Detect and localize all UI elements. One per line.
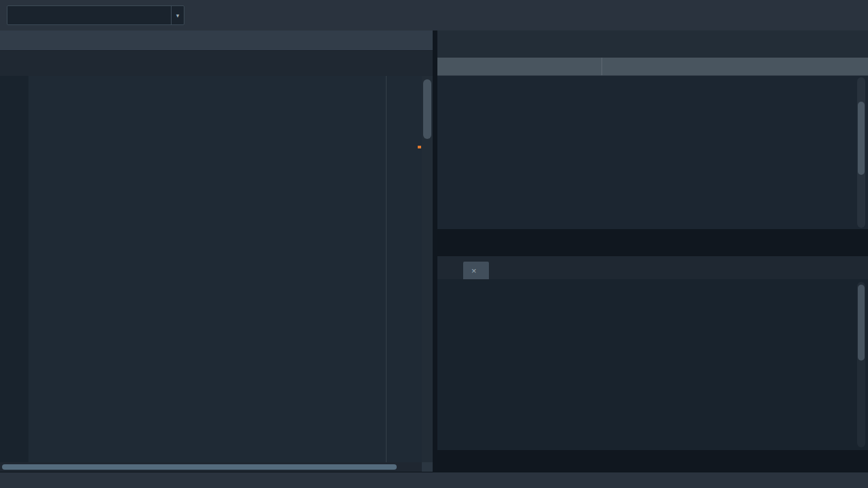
code-editor[interactable] <box>0 76 433 462</box>
browse-tabs-button[interactable] <box>437 258 459 277</box>
close-icon[interactable]: × <box>471 266 477 275</box>
editor-options-menu-button[interactable] <box>411 56 429 73</box>
console-pane-tabs <box>437 451 868 470</box>
editor-vertical-scrollbar[interactable] <box>422 76 433 462</box>
column-header-name[interactable] <box>437 58 602 75</box>
file-explorer-toolbar <box>437 30 868 58</box>
column-ruler <box>386 76 387 462</box>
scrollbar-thumb[interactable] <box>858 102 865 175</box>
editor-tabstrip <box>0 51 433 76</box>
editor-horizontal-scrollbar[interactable] <box>0 462 433 472</box>
file-explorer-header <box>437 58 868 76</box>
editor-path-breadcrumb <box>0 30 433 51</box>
scrollbar-thumb[interactable] <box>858 285 865 361</box>
ipython-console[interactable] <box>437 279 868 450</box>
file-explorer-options-menu-button[interactable] <box>845 36 863 52</box>
status-bar <box>0 472 868 488</box>
console-tab[interactable]: × <box>463 262 489 279</box>
scrollbar-thumb[interactable] <box>423 79 431 139</box>
explorer-pane-tabs <box>437 233 868 251</box>
file-explorer-rows <box>437 76 868 229</box>
console-tabstrip: × <box>437 256 868 279</box>
explorer-vertical-scrollbar[interactable] <box>857 77 865 228</box>
editor-code[interactable] <box>28 76 422 462</box>
chevron-down-icon[interactable]: ▾ <box>171 6 184 24</box>
spyder-window: ▾ × <box>0 0 868 488</box>
browse-tabs-button[interactable] <box>0 55 22 74</box>
main-toolbar: ▾ <box>0 0 868 30</box>
scrollbar-corner <box>422 462 433 472</box>
editor-gutter <box>0 76 28 462</box>
console-vertical-scrollbar[interactable] <box>857 282 865 447</box>
warning-flag <box>418 146 421 148</box>
scrollbar-thumb[interactable] <box>2 464 397 470</box>
working-directory-select[interactable]: ▾ <box>7 5 184 25</box>
